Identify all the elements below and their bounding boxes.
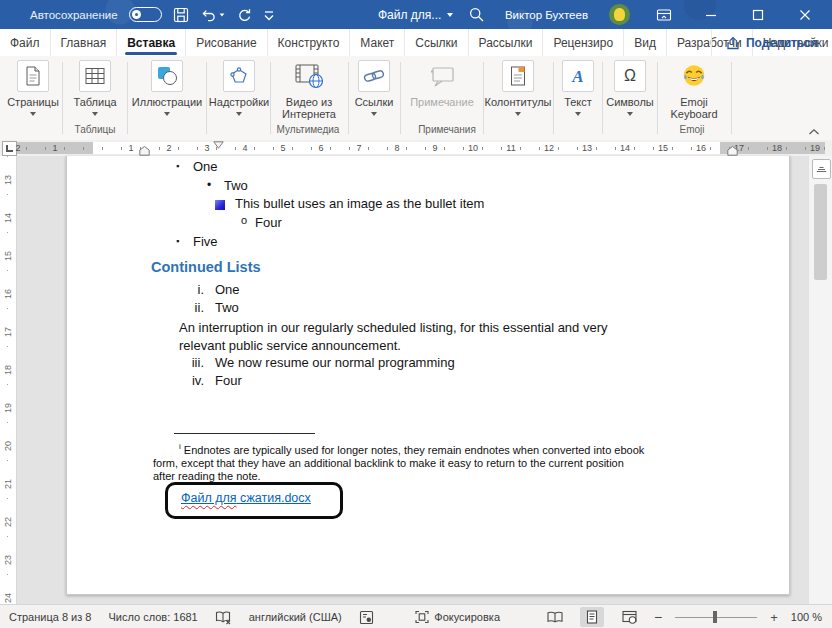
status-bar: Страница 8 из 8 Число слов: 1681 английс…: [0, 604, 832, 628]
ribbon-tab[interactable]: Вставка: [117, 29, 186, 56]
text-icon: A: [562, 60, 594, 92]
emoji-keyboard-button[interactable]: Emoji Keyboard: [659, 60, 729, 120]
redo-button[interactable]: [236, 7, 252, 23]
online-video-button[interactable]: Видео из Интернета: [272, 60, 346, 120]
ruler-number: 16: [2, 287, 14, 301]
list-item-text: One: [215, 282, 240, 297]
group-divider: [348, 62, 349, 134]
dropdown-caret: [92, 112, 98, 116]
autosave-label: Автосохранение: [30, 9, 118, 21]
header-footer-button[interactable]: Колонтитулы: [484, 60, 552, 116]
save-icon[interactable]: [173, 7, 189, 23]
macro-recording-icon[interactable]: [359, 610, 374, 625]
list-item: iii. We now resume our normal programmin…: [67, 355, 789, 373]
focus-mode-button[interactable]: Фокусировка: [415, 610, 500, 624]
list-number: ii.: [67, 300, 204, 315]
bullet-glyph: ▪: [176, 161, 179, 171]
dropdown-caret: [164, 112, 170, 116]
document-hyperlink[interactable]: Файл для сжатия.docx: [181, 491, 311, 505]
hanging-indent-marker[interactable]: [139, 146, 150, 156]
ribbon-display-options-button[interactable]: [651, 0, 677, 29]
ribbon-tab[interactable]: Файл: [0, 29, 51, 56]
read-mode-button[interactable]: [543, 607, 567, 627]
share-icon: [726, 36, 740, 50]
collapse-ribbon-button[interactable]: [808, 128, 820, 136]
symbols-button[interactable]: Ω Символы: [604, 60, 656, 116]
list-item: This bullet uses an image as the bullet …: [67, 196, 789, 215]
print-layout-button[interactable]: [580, 607, 604, 627]
group-divider: [270, 62, 271, 134]
zoom-slider[interactable]: [675, 607, 757, 627]
text-button[interactable]: A Текст: [556, 60, 600, 116]
ruler-number: 2: [166, 142, 171, 154]
share-button[interactable]: Поделиться: [711, 29, 832, 56]
zoom-level[interactable]: 100 %: [791, 611, 822, 623]
right-indent-marker[interactable]: [727, 146, 738, 156]
word-count[interactable]: Число слов: 1681: [108, 611, 197, 623]
quick-access-more-button[interactable]: [263, 8, 275, 22]
zoom-out-button[interactable]: −: [654, 609, 662, 625]
ribbon-tab[interactable]: Рисование: [186, 29, 267, 56]
minimize-button[interactable]: [698, 0, 724, 29]
links-button[interactable]: Ссылки: [350, 60, 398, 116]
list-item: ii. Two: [67, 300, 789, 318]
zoom-in-button[interactable]: +: [770, 610, 778, 625]
first-line-indent-marker[interactable]: [213, 141, 224, 149]
list-item: i. One: [67, 282, 789, 300]
autosave-toggle[interactable]: [129, 7, 162, 22]
footnote-text: i Endnotes are typically used for longer…: [153, 440, 778, 484]
ruler-number: 7: [356, 142, 361, 154]
ribbon-tab[interactable]: Ссылки: [405, 29, 468, 56]
ribbon-tab[interactable]: Вид: [624, 29, 667, 56]
scrollbar-top-button[interactable]: [812, 159, 831, 179]
pages-button[interactable]: Страницы: [4, 60, 62, 116]
zoom-slider-thumb[interactable]: [713, 611, 717, 623]
list-number: iv.: [67, 373, 204, 388]
list-item-text: Five: [193, 234, 218, 249]
ruler-number: 15: [658, 142, 668, 154]
addins-button[interactable]: Надстройки: [209, 60, 269, 116]
ribbon: Страницы Таблица Иллюстрации: [0, 56, 832, 141]
ruler-number: 3: [204, 142, 209, 154]
table-icon: [79, 60, 111, 92]
scrollbar-thumb[interactable]: [814, 184, 827, 280]
web-layout-button[interactable]: [617, 607, 641, 627]
list-item: ▪ One: [67, 159, 789, 178]
roman-list: i. One ii. Two: [67, 282, 789, 319]
header-footer-icon: [502, 60, 534, 92]
ruler-number: 9: [432, 142, 437, 154]
ruler-number: 18: [2, 363, 14, 377]
ribbon-tab[interactable]: Конструкто: [268, 29, 351, 56]
dropdown-caret: [627, 112, 633, 116]
avatar-face: [614, 8, 625, 21]
misspelled-link-text: Файл для: [181, 491, 237, 505]
symbols-icon: Ω: [614, 60, 646, 92]
ruler-number: 18: [772, 142, 782, 154]
page-indicator[interactable]: Страница 8 из 8: [9, 611, 91, 623]
close-button[interactable]: [792, 0, 818, 29]
dropdown-caret: [371, 112, 377, 116]
ruler-number: 1: [52, 142, 57, 154]
avatar[interactable]: [609, 4, 630, 25]
ribbon-tab[interactable]: Рассылки: [469, 29, 544, 56]
maximize-button[interactable]: [745, 0, 771, 29]
list-item-text: Four: [255, 215, 282, 230]
ruler-number: 15: [2, 249, 14, 263]
table-button[interactable]: Таблица: [66, 60, 124, 116]
bullet-glyph: o: [241, 214, 247, 226]
illustrations-button[interactable]: Иллюстрации: [130, 60, 204, 116]
ruler-number: 12: [544, 142, 554, 154]
undo-dropdown-caret: [219, 13, 224, 16]
document-title[interactable]: Файл для...: [378, 0, 453, 29]
user-name[interactable]: Виктор Бухтеев: [505, 9, 588, 21]
undo-button[interactable]: [200, 7, 225, 23]
footnote-separator: [174, 433, 315, 434]
ribbon-tab[interactable]: Макет: [350, 29, 405, 56]
search-icon[interactable]: [469, 7, 484, 22]
proofing-errors-icon[interactable]: [215, 610, 232, 625]
language-indicator[interactable]: английский (США): [249, 611, 342, 623]
ribbon-tab[interactable]: Главная: [51, 29, 118, 56]
ribbon-tab[interactable]: Рецензиро: [543, 29, 624, 56]
list-item-text: Four: [215, 373, 242, 388]
vertical-scrollbar[interactable]: [808, 156, 832, 604]
